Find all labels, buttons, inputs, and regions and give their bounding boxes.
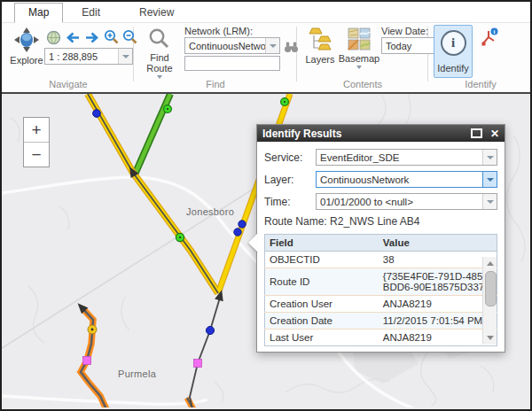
find-group-label: Find — [135, 79, 296, 89]
binoculars-icon[interactable] — [284, 39, 299, 58]
scrollbar-down-arrow[interactable] — [483, 332, 497, 344]
route-name-row: Route Name: R2_NWS Line AB4 — [264, 215, 497, 228]
view-date-label: View Date: — [381, 26, 428, 36]
layers-icon — [308, 27, 332, 54]
map-label-purmela: Purmela — [118, 368, 156, 379]
time-dropdown-button[interactable] — [482, 194, 497, 209]
table-row[interactable]: Creation User ANJA8219 — [265, 296, 497, 313]
find-route-label: Find — [150, 52, 168, 63]
maximize-icon[interactable] — [471, 128, 482, 138]
tab-review[interactable]: Review — [126, 4, 187, 22]
basemap-icon — [348, 27, 372, 53]
back-arrow-icon[interactable] — [65, 30, 81, 49]
basemap-dropdown-caret — [356, 66, 362, 69]
find-route-magnifier-icon — [148, 27, 171, 52]
network-lrm-label: Network (LRM): — [184, 26, 253, 36]
svg-text:i: i — [494, 28, 496, 35]
map-scale-dropdown-button[interactable] — [118, 49, 132, 64]
network-lrm-combobox[interactable]: ContinuousNetwork — [184, 37, 280, 54]
ribbon: Explore — [2, 23, 530, 92]
layers-label: Layers — [305, 54, 334, 65]
scrollbar-thumb[interactable] — [485, 271, 497, 306]
app-window: Map Edit Review Explore — [0, 0, 532, 411]
yellow-point-marker[interactable] — [88, 325, 97, 334]
navigate-group-label: Navigate — [4, 79, 133, 89]
table-scrollbar[interactable] — [482, 257, 497, 345]
layer-label: Layer: — [264, 174, 316, 186]
route-name-label: Route Name: — [264, 215, 327, 228]
identify-route-tool-icon[interactable]: i — [480, 27, 499, 50]
identify-label: Identify — [437, 63, 468, 74]
contents-group-label: Contents — [298, 79, 427, 89]
layer-value: ContinuousNetwork — [317, 174, 482, 185]
explore-compass-icon — [13, 27, 40, 55]
scrollbar-up-arrow[interactable] — [483, 258, 497, 269]
identify-results-title: Identify Results — [262, 128, 341, 140]
time-label: Time: — [264, 196, 316, 208]
explore-button[interactable]: Explore — [9, 27, 44, 66]
service-combobox[interactable]: EventEditor_SDE — [316, 149, 497, 166]
time-value: 01/01/2000 to <null> — [317, 197, 482, 207]
zoom-out-icon[interactable] — [122, 29, 138, 49]
identify-button[interactable]: i Identify — [434, 25, 473, 78]
value-column-header[interactable]: Value — [379, 235, 497, 252]
route-name-value: R2_NWS Line AB4 — [330, 215, 419, 228]
tab-map[interactable]: Map — [14, 3, 63, 23]
table-row[interactable]: OBJECTID 38 — [265, 252, 497, 268]
service-label: Service: — [264, 151, 316, 164]
find-route-label: Route — [146, 63, 172, 74]
layers-button[interactable]: Layers — [303, 27, 337, 65]
tab-edit[interactable]: Edit — [68, 4, 113, 22]
ribbon-tab-bar: Map Edit Review — [2, 2, 530, 23]
identify-results-title-bar[interactable]: Identify Results ✕ — [257, 125, 505, 142]
service-value: EventEditor_SDE — [317, 152, 482, 163]
map-zoom-control: + − — [23, 117, 50, 167]
basemap-label: Basemap — [339, 53, 379, 64]
find-route-search-input[interactable] — [184, 56, 280, 71]
close-icon[interactable]: ✕ — [490, 128, 499, 139]
table-row[interactable]: Creation Date 11/2/2015 7:01:54 PM — [265, 313, 497, 330]
map-zoom-in-button[interactable]: + — [24, 118, 49, 143]
find-route-button[interactable]: Find Route — [140, 27, 179, 79]
map-zoom-out-button[interactable]: − — [24, 143, 49, 167]
pink-square-markers[interactable] — [83, 357, 202, 368]
layer-dropdown-button[interactable] — [482, 172, 497, 187]
service-dropdown-button[interactable] — [482, 150, 497, 165]
map-label-jonesboro: Jonesboro — [186, 206, 234, 217]
attributes-table: Field Value OBJECTID 38 Route ID {735E4F… — [264, 234, 497, 346]
network-lrm-value: ContinuousNetwork — [185, 41, 265, 51]
field-column-header[interactable]: Field — [265, 235, 379, 252]
network-lrm-dropdown-button[interactable] — [265, 38, 279, 53]
table-row[interactable]: Last User ANJA8219 — [265, 330, 497, 346]
layer-combobox[interactable]: ContinuousNetwork — [316, 171, 497, 188]
forward-arrow-icon[interactable] — [84, 30, 100, 49]
map-scale-value: 1 : 288,895 — [45, 51, 118, 62]
zoom-in-icon[interactable] — [104, 29, 120, 49]
basemap-button[interactable]: Basemap — [340, 27, 378, 69]
table-header-row: Field Value — [265, 235, 497, 252]
time-combobox[interactable]: 01/01/2000 to <null> — [316, 193, 497, 210]
identify-group-label: Identify — [429, 79, 532, 89]
panel-callout-pointer — [248, 234, 257, 252]
map-canvas[interactable]: Jonesboro Purmela + − Identify Results ✕… — [2, 92, 530, 409]
full-extent-globe-icon[interactable] — [46, 30, 61, 49]
identify-i-icon: i — [441, 30, 466, 56]
explore-label: Explore — [10, 55, 43, 66]
identify-results-panel: Identify Results ✕ Service: EventEditor_… — [256, 124, 505, 353]
table-row[interactable]: Route ID {735E4F0E-791D-4859-BDD6-90E185… — [265, 268, 497, 296]
map-scale-combobox[interactable]: 1 : 288,895 — [44, 48, 133, 65]
